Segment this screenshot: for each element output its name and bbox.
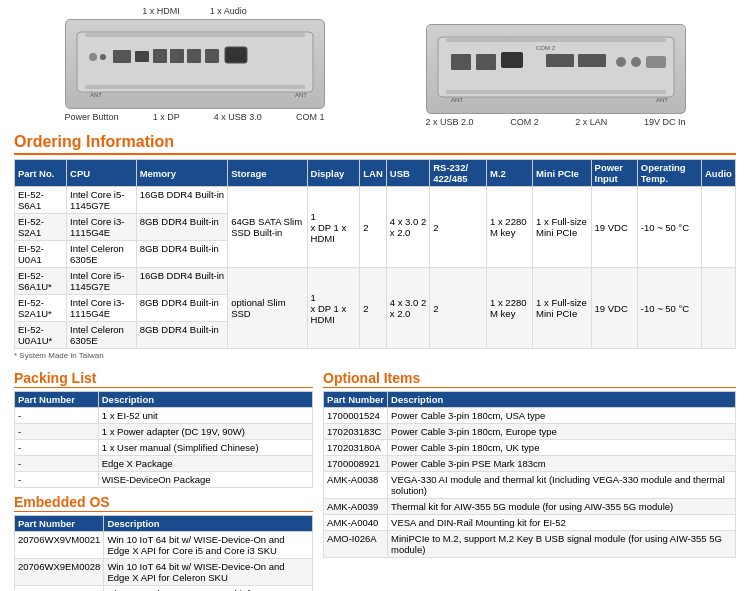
packing-cell: - [15, 440, 99, 456]
pack-col-desc: Description [98, 392, 312, 408]
ordering-cell-usb: 4 x 3.0 2 x 2.0 [386, 268, 429, 349]
ordering-cell-temp: -10 ~ 50 °C [637, 268, 701, 349]
ordering-cell-storage: 64GB SATA Slim SSD Built-in [228, 187, 307, 268]
os-cell: 20706WX9VM0021 [15, 532, 104, 559]
optional-cell: 1700001524 [324, 408, 388, 424]
left-device-image: ANT ANT [65, 19, 325, 109]
svg-rect-19 [546, 54, 574, 67]
dp-label: 1 x DP [153, 112, 180, 122]
col-m2: M.2 [487, 160, 533, 187]
optional-cell: AMK-A0038 [324, 472, 388, 499]
ordering-cell-lan: 2 [360, 187, 387, 268]
svg-point-21 [616, 57, 626, 67]
ordering-cell-cpu: Intel Core i3-1115G4E [67, 214, 137, 241]
os-col-desc: Description [104, 516, 313, 532]
opt-col-desc: Description [388, 392, 736, 408]
svg-rect-8 [187, 49, 201, 63]
ordering-cell-rs232: 2 [430, 268, 487, 349]
optional-cell: 170203180A [324, 440, 388, 456]
packing-cell: - [15, 472, 99, 488]
ordering-cell-usb: 4 x 3.0 2 x 2.0 [386, 187, 429, 268]
usb20-label: 2 x USB 2.0 [426, 117, 474, 127]
usb30-label: 4 x USB 3.0 [214, 112, 262, 122]
com1-label: COM 1 [296, 112, 325, 122]
col-power: Power Input [591, 160, 637, 187]
ordering-footnote: * System Made in Taiwan [14, 351, 736, 360]
ordering-cell-audio [702, 187, 736, 268]
ordering-cell-m2: 1 x 2280 M key [487, 268, 533, 349]
col-audio: Audio [702, 160, 736, 187]
optional-cell: 1700008921 [324, 456, 388, 472]
ordering-cell-part: EI-52-U0A1 [15, 241, 67, 268]
svg-point-3 [100, 54, 106, 60]
optional-cell: Power Cable 3-pin 180cm, Europe type [388, 424, 736, 440]
optional-cell: MiniPCIe to M.2, support M.2 Key B USB s… [388, 531, 736, 558]
col-rs232: RS-232/ 422/485 [430, 160, 487, 187]
svg-rect-6 [153, 49, 167, 63]
svg-text:ANT: ANT [656, 97, 668, 103]
col-part-no: Part No. [15, 160, 67, 187]
ordering-cell-memory: 8GB DDR4 Built-in [136, 241, 227, 268]
dc-in-label: 19V DC In [644, 117, 686, 127]
packing-title: Packing List [14, 370, 313, 388]
optional-cell: Power Cable 3-pin PSE Mark 183cm [388, 456, 736, 472]
ordering-cell-part: EI-52-S6A1U* [15, 268, 67, 295]
ordering-cell-cpu: Intel Celeron 6305E [67, 322, 137, 349]
svg-rect-4 [113, 50, 131, 63]
os-cell: Win 10 IoT 64 bit w/ WISE-Device-On and … [104, 532, 313, 559]
ordering-cell-cpu: Intel Core i3-1115G4E [67, 295, 137, 322]
opt-col-part: Part Number [324, 392, 388, 408]
ordering-cell-power: 19 VDC [591, 187, 637, 268]
packing-table: Part Number Description -1 x EI-52 unit-… [14, 391, 313, 488]
pack-col-part: Part Number [15, 392, 99, 408]
packing-cell: - [15, 408, 99, 424]
ordering-title: Ordering Information [14, 133, 736, 155]
packing-cell: Edge X Package [98, 456, 312, 472]
ordering-cell-memory: 16GB DDR4 Built-in [136, 268, 227, 295]
col-memory: Memory [136, 160, 227, 187]
col-minipcie: Mini PCIe [533, 160, 591, 187]
packing-cell: - [15, 424, 99, 440]
svg-rect-20 [578, 54, 606, 67]
svg-text:ANT: ANT [295, 92, 307, 98]
os-cell: Win 10 IoT 64 bit w/ WISE-Device-On and … [104, 559, 313, 586]
right-below-labels: 2 x USB 2.0 COM 2 2 x LAN 19V DC In [426, 117, 686, 127]
ordering-cell-memory: 8GB DDR4 Built-in [136, 295, 227, 322]
hdmi-label: 1 x HDMI [142, 6, 180, 16]
ordering-cell-audio [702, 268, 736, 349]
ordering-cell-cpu: Intel Celeron 6305E [67, 241, 137, 268]
ordering-cell-power: 19 VDC [591, 268, 637, 349]
svg-rect-16 [451, 54, 471, 70]
col-cpu: CPU [67, 160, 137, 187]
svg-rect-18 [501, 52, 523, 68]
ordering-cell-cpu: Intel Core i5-1145G7E [67, 187, 137, 214]
svg-text:ANT: ANT [451, 97, 463, 103]
svg-rect-23 [646, 56, 666, 68]
ordering-cell-memory: 16GB DDR4 Built-in [136, 187, 227, 214]
optional-table: Part Number Description 1700001524Power … [323, 391, 736, 558]
svg-rect-17 [476, 54, 496, 70]
optional-cell: Thermal kit for AIW-355 5G module (for u… [388, 499, 736, 515]
ordering-cell-m2: 1 x 2280 M key [487, 187, 533, 268]
svg-point-2 [89, 53, 97, 61]
embedded-os-table: Part Number Description 20706WX9VM0021Wi… [14, 515, 313, 591]
packing-cell: 1 x EI-52 unit [98, 408, 312, 424]
optional-cell: VESA and DIN-Rail Mounting kit for EI-52 [388, 515, 736, 531]
ordering-information-section: Ordering Information Part No. CPU Memory… [0, 129, 750, 366]
svg-text:ANT: ANT [90, 92, 102, 98]
packing-cell: WISE-DeviceOn Package [98, 472, 312, 488]
ordering-cell-minipcie: 1 x Full-size Mini PCIe [533, 187, 591, 268]
optional-cell: VEGA-330 AI module and thermal kit (Incl… [388, 472, 736, 499]
svg-rect-7 [170, 49, 184, 63]
ordering-cell-lan: 2 [360, 268, 387, 349]
embedded-os-title: Embedded OS [14, 494, 313, 512]
os-cell: 20706WX9EM0028 [15, 559, 104, 586]
ordering-cell-part: EI-52-U0A1U* [15, 322, 67, 349]
svg-rect-15 [446, 38, 666, 42]
svg-rect-5 [135, 51, 149, 62]
right-device-area: COM 2 ANT ANT 2 x USB 2.0 COM 2 2 x LAN … [375, 6, 736, 127]
ordering-cell-display: 1 x DP 1 x HDMI [307, 187, 360, 268]
optional-cell: 170203183C [324, 424, 388, 440]
ordering-cell-display: 1 x DP 1 x HDMI [307, 268, 360, 349]
ordering-cell-part: EI-52-S6A1 [15, 187, 67, 214]
